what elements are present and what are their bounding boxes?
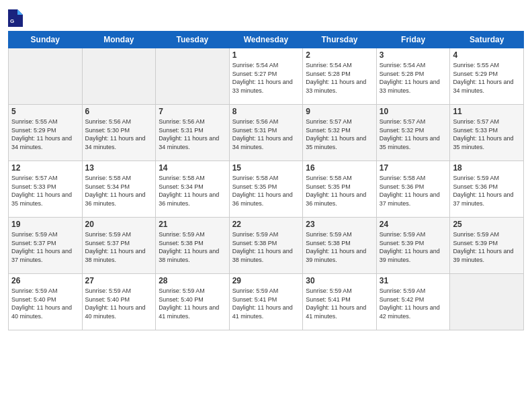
day-number: 2	[306, 50, 373, 60]
day-number: 13	[85, 163, 153, 173]
day-cell: 30Sunrise: 5:59 AMSunset: 5:41 PMDayligh…	[303, 274, 377, 330]
day-info: Sunrise: 5:59 AMSunset: 5:42 PMDaylight:…	[380, 287, 447, 320]
day-cell: 21Sunrise: 5:59 AMSunset: 5:38 PMDayligh…	[156, 218, 230, 274]
day-info: Sunrise: 5:59 AMSunset: 5:38 PMDaylight:…	[306, 230, 373, 264]
day-cell: 27Sunrise: 5:59 AMSunset: 5:40 PMDayligh…	[82, 274, 156, 330]
day-cell: 15Sunrise: 5:58 AMSunset: 5:35 PMDayligh…	[229, 161, 303, 218]
day-cell: 9Sunrise: 5:57 AMSunset: 5:32 PMDaylight…	[303, 105, 377, 161]
day-info: Sunrise: 5:59 AMSunset: 5:40 PMDaylight:…	[11, 287, 79, 320]
day-number: 5	[11, 107, 79, 116]
day-info: Sunrise: 5:56 AMSunset: 5:31 PMDaylight:…	[159, 118, 226, 151]
day-cell: 20Sunrise: 5:59 AMSunset: 5:37 PMDayligh…	[82, 218, 156, 274]
day-info: Sunrise: 5:57 AMSunset: 5:32 PMDaylight:…	[380, 118, 447, 151]
day-cell: 25Sunrise: 5:59 AMSunset: 5:39 PMDayligh…	[450, 218, 524, 274]
day-cell: 4Sunrise: 5:55 AMSunset: 5:29 PMDaylight…	[450, 48, 524, 105]
week-row-4: 19Sunrise: 5:59 AMSunset: 5:37 PMDayligh…	[9, 218, 524, 274]
day-number: 7	[159, 107, 226, 116]
day-cell: 6Sunrise: 5:56 AMSunset: 5:30 PMDaylight…	[82, 105, 156, 161]
day-number: 31	[380, 276, 447, 285]
day-info: Sunrise: 5:55 AMSunset: 5:29 PMDaylight:…	[11, 118, 79, 151]
day-number: 29	[232, 276, 300, 285]
day-info: Sunrise: 5:58 AMSunset: 5:34 PMDaylight:…	[85, 174, 153, 208]
day-info: Sunrise: 5:58 AMSunset: 5:36 PMDaylight:…	[380, 174, 447, 208]
day-cell: 14Sunrise: 5:58 AMSunset: 5:34 PMDayligh…	[156, 161, 230, 218]
day-number: 15	[232, 163, 300, 173]
week-row-1: 1Sunrise: 5:54 AMSunset: 5:27 PMDaylight…	[9, 48, 524, 105]
day-cell: 1Sunrise: 5:54 AMSunset: 5:27 PMDaylight…	[229, 48, 303, 105]
day-number: 3	[380, 50, 447, 60]
day-cell	[156, 48, 230, 105]
day-info: Sunrise: 5:59 AMSunset: 5:38 PMDaylight:…	[232, 230, 300, 264]
day-info: Sunrise: 5:54 AMSunset: 5:28 PMDaylight:…	[306, 61, 373, 95]
week-row-3: 12Sunrise: 5:57 AMSunset: 5:33 PMDayligh…	[9, 161, 524, 218]
day-cell: 7Sunrise: 5:56 AMSunset: 5:31 PMDaylight…	[156, 105, 230, 161]
day-cell: 28Sunrise: 5:59 AMSunset: 5:40 PMDayligh…	[156, 274, 230, 330]
day-number: 18	[453, 163, 521, 173]
week-row-2: 5Sunrise: 5:55 AMSunset: 5:29 PMDaylight…	[9, 105, 524, 161]
day-info: Sunrise: 5:57 AMSunset: 5:33 PMDaylight:…	[11, 174, 79, 208]
day-number: 1	[232, 50, 300, 60]
day-info: Sunrise: 5:58 AMSunset: 5:35 PMDaylight:…	[306, 174, 373, 208]
day-cell: 29Sunrise: 5:59 AMSunset: 5:41 PMDayligh…	[229, 274, 303, 330]
day-number: 26	[11, 276, 79, 285]
day-info: Sunrise: 5:59 AMSunset: 5:37 PMDaylight:…	[11, 230, 79, 264]
day-cell	[450, 274, 524, 330]
day-info: Sunrise: 5:56 AMSunset: 5:31 PMDaylight:…	[232, 118, 300, 151]
day-cell: 13Sunrise: 5:58 AMSunset: 5:34 PMDayligh…	[82, 161, 156, 218]
day-info: Sunrise: 5:56 AMSunset: 5:30 PMDaylight:…	[85, 118, 153, 151]
day-cell: 18Sunrise: 5:59 AMSunset: 5:36 PMDayligh…	[450, 161, 524, 218]
day-header-monday: Monday	[82, 32, 156, 48]
day-cell: 3Sunrise: 5:54 AMSunset: 5:28 PMDaylight…	[376, 48, 450, 105]
day-number: 8	[232, 107, 300, 116]
day-cell: 24Sunrise: 5:59 AMSunset: 5:39 PMDayligh…	[376, 218, 450, 274]
day-cell: 19Sunrise: 5:59 AMSunset: 5:37 PMDayligh…	[9, 218, 83, 274]
day-info: Sunrise: 5:59 AMSunset: 5:41 PMDaylight:…	[232, 287, 300, 320]
day-header-wednesday: Wednesday	[229, 32, 303, 48]
day-number: 12	[11, 163, 79, 173]
day-info: Sunrise: 5:57 AMSunset: 5:33 PMDaylight:…	[453, 118, 521, 151]
day-info: Sunrise: 5:54 AMSunset: 5:28 PMDaylight:…	[380, 61, 447, 95]
day-cell: 16Sunrise: 5:58 AMSunset: 5:35 PMDayligh…	[303, 161, 377, 218]
day-number: 19	[11, 220, 79, 229]
week-row-5: 26Sunrise: 5:59 AMSunset: 5:40 PMDayligh…	[9, 274, 524, 330]
day-number: 17	[380, 163, 447, 173]
day-number: 30	[306, 276, 373, 285]
day-header-thursday: Thursday	[303, 32, 377, 48]
day-info: Sunrise: 5:59 AMSunset: 5:41 PMDaylight:…	[306, 287, 373, 320]
day-cell: 23Sunrise: 5:59 AMSunset: 5:38 PMDayligh…	[303, 218, 377, 274]
day-info: Sunrise: 5:58 AMSunset: 5:35 PMDaylight:…	[232, 174, 300, 208]
svg-marker-1	[17, 9, 23, 15]
day-info: Sunrise: 5:54 AMSunset: 5:27 PMDaylight:…	[232, 61, 300, 95]
day-number: 10	[380, 107, 447, 116]
logo-icon: G	[8, 9, 23, 27]
day-cell: 5Sunrise: 5:55 AMSunset: 5:29 PMDaylight…	[9, 105, 83, 161]
day-number: 4	[453, 50, 521, 60]
day-info: Sunrise: 5:59 AMSunset: 5:36 PMDaylight:…	[453, 174, 521, 208]
day-number: 25	[453, 220, 521, 229]
day-number: 14	[159, 163, 226, 173]
logo: G	[8, 9, 23, 27]
day-cell: 12Sunrise: 5:57 AMSunset: 5:33 PMDayligh…	[9, 161, 83, 218]
day-cell: 31Sunrise: 5:59 AMSunset: 5:42 PMDayligh…	[376, 274, 450, 330]
day-info: Sunrise: 5:59 AMSunset: 5:37 PMDaylight:…	[85, 230, 153, 264]
day-info: Sunrise: 5:58 AMSunset: 5:34 PMDaylight:…	[159, 174, 226, 208]
day-info: Sunrise: 5:55 AMSunset: 5:29 PMDaylight:…	[453, 61, 521, 95]
day-number: 11	[453, 107, 521, 116]
day-cell: 22Sunrise: 5:59 AMSunset: 5:38 PMDayligh…	[229, 218, 303, 274]
day-header-sunday: Sunday	[9, 32, 83, 48]
day-info: Sunrise: 5:59 AMSunset: 5:39 PMDaylight:…	[380, 230, 447, 264]
day-cell: 2Sunrise: 5:54 AMSunset: 5:28 PMDaylight…	[303, 48, 377, 105]
day-cell	[9, 48, 83, 105]
day-cell: 8Sunrise: 5:56 AMSunset: 5:31 PMDaylight…	[229, 105, 303, 161]
day-number: 21	[159, 220, 226, 229]
day-number: 20	[85, 220, 153, 229]
svg-text:G: G	[10, 18, 14, 24]
day-number: 28	[159, 276, 226, 285]
day-cell	[82, 48, 156, 105]
day-cell: 10Sunrise: 5:57 AMSunset: 5:32 PMDayligh…	[376, 105, 450, 161]
day-header-tuesday: Tuesday	[156, 32, 230, 48]
header: G	[8, 7, 524, 27]
day-number: 23	[306, 220, 373, 229]
day-number: 6	[85, 107, 153, 116]
day-info: Sunrise: 5:59 AMSunset: 5:39 PMDaylight:…	[453, 230, 521, 264]
